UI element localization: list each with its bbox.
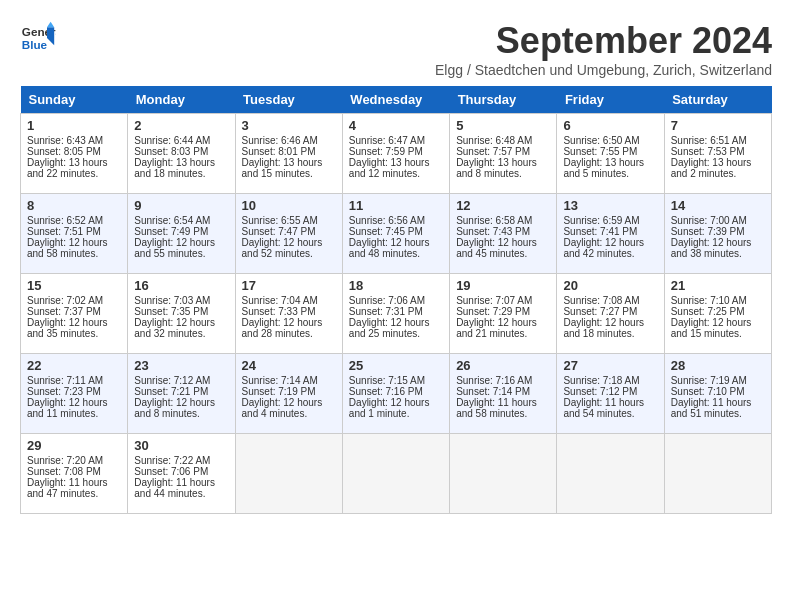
sunset-text: Sunset: 7:43 PM — [456, 226, 530, 237]
weekday-header-cell: Friday — [557, 86, 664, 114]
sunrise-text: Sunrise: 7:18 AM — [563, 375, 639, 386]
sunrise-text: Sunrise: 7:12 AM — [134, 375, 210, 386]
sunset-text: Sunset: 7:55 PM — [563, 146, 637, 157]
calendar-day-cell: 3Sunrise: 6:46 AMSunset: 8:01 PMDaylight… — [235, 114, 342, 194]
daylight-text: Daylight: 12 hours and 25 minutes. — [349, 317, 430, 339]
day-number: 28 — [671, 358, 765, 373]
daylight-text: Daylight: 13 hours and 8 minutes. — [456, 157, 537, 179]
daylight-text: Daylight: 12 hours and 32 minutes. — [134, 317, 215, 339]
calendar-table: SundayMondayTuesdayWednesdayThursdayFrid… — [20, 86, 772, 514]
logo: General Blue — [20, 20, 56, 56]
calendar-day-cell: 18Sunrise: 7:06 AMSunset: 7:31 PMDayligh… — [342, 274, 449, 354]
calendar-day-cell: 10Sunrise: 6:55 AMSunset: 7:47 PMDayligh… — [235, 194, 342, 274]
calendar-day-cell: 6Sunrise: 6:50 AMSunset: 7:55 PMDaylight… — [557, 114, 664, 194]
day-number: 13 — [563, 198, 657, 213]
sunrise-text: Sunrise: 7:00 AM — [671, 215, 747, 226]
sunset-text: Sunset: 7:19 PM — [242, 386, 316, 397]
sunset-text: Sunset: 7:08 PM — [27, 466, 101, 477]
calendar-day-cell — [450, 434, 557, 514]
day-number: 14 — [671, 198, 765, 213]
calendar-day-cell — [557, 434, 664, 514]
sunset-text: Sunset: 7:10 PM — [671, 386, 745, 397]
calendar-body: 1Sunrise: 6:43 AMSunset: 8:05 PMDaylight… — [21, 114, 772, 514]
calendar-day-cell: 25Sunrise: 7:15 AMSunset: 7:16 PMDayligh… — [342, 354, 449, 434]
sunrise-text: Sunrise: 7:10 AM — [671, 295, 747, 306]
sunset-text: Sunset: 7:23 PM — [27, 386, 101, 397]
daylight-text: Daylight: 13 hours and 5 minutes. — [563, 157, 644, 179]
calendar-day-cell: 1Sunrise: 6:43 AMSunset: 8:05 PMDaylight… — [21, 114, 128, 194]
sunrise-text: Sunrise: 6:52 AM — [27, 215, 103, 226]
calendar-day-cell: 24Sunrise: 7:14 AMSunset: 7:19 PMDayligh… — [235, 354, 342, 434]
daylight-text: Daylight: 11 hours and 44 minutes. — [134, 477, 215, 499]
calendar-day-cell: 14Sunrise: 7:00 AMSunset: 7:39 PMDayligh… — [664, 194, 771, 274]
day-number: 18 — [349, 278, 443, 293]
day-number: 24 — [242, 358, 336, 373]
sunrise-text: Sunrise: 6:50 AM — [563, 135, 639, 146]
sunrise-text: Sunrise: 6:55 AM — [242, 215, 318, 226]
month-title: September 2024 — [435, 20, 772, 62]
daylight-text: Daylight: 12 hours and 8 minutes. — [134, 397, 215, 419]
calendar-day-cell: 20Sunrise: 7:08 AMSunset: 7:27 PMDayligh… — [557, 274, 664, 354]
day-number: 23 — [134, 358, 228, 373]
sunset-text: Sunset: 7:35 PM — [134, 306, 208, 317]
day-number: 21 — [671, 278, 765, 293]
day-number: 6 — [563, 118, 657, 133]
sunset-text: Sunset: 7:41 PM — [563, 226, 637, 237]
sunrise-text: Sunrise: 6:56 AM — [349, 215, 425, 226]
sunrise-text: Sunrise: 7:08 AM — [563, 295, 639, 306]
daylight-text: Daylight: 11 hours and 54 minutes. — [563, 397, 644, 419]
sunrise-text: Sunrise: 7:06 AM — [349, 295, 425, 306]
weekday-header-cell: Monday — [128, 86, 235, 114]
sunrise-text: Sunrise: 6:44 AM — [134, 135, 210, 146]
sunrise-text: Sunrise: 7:04 AM — [242, 295, 318, 306]
day-number: 29 — [27, 438, 121, 453]
calendar-day-cell: 23Sunrise: 7:12 AMSunset: 7:21 PMDayligh… — [128, 354, 235, 434]
day-number: 16 — [134, 278, 228, 293]
calendar-day-cell: 16Sunrise: 7:03 AMSunset: 7:35 PMDayligh… — [128, 274, 235, 354]
calendar-day-cell: 30Sunrise: 7:22 AMSunset: 7:06 PMDayligh… — [128, 434, 235, 514]
sunset-text: Sunset: 7:57 PM — [456, 146, 530, 157]
weekday-header-cell: Saturday — [664, 86, 771, 114]
day-number: 1 — [27, 118, 121, 133]
sunrise-text: Sunrise: 7:14 AM — [242, 375, 318, 386]
sunrise-text: Sunrise: 7:19 AM — [671, 375, 747, 386]
calendar-day-cell — [664, 434, 771, 514]
daylight-text: Daylight: 13 hours and 22 minutes. — [27, 157, 108, 179]
sunrise-text: Sunrise: 6:59 AM — [563, 215, 639, 226]
calendar-day-cell: 29Sunrise: 7:20 AMSunset: 7:08 PMDayligh… — [21, 434, 128, 514]
day-number: 26 — [456, 358, 550, 373]
calendar-week-row: 8Sunrise: 6:52 AMSunset: 7:51 PMDaylight… — [21, 194, 772, 274]
daylight-text: Daylight: 13 hours and 2 minutes. — [671, 157, 752, 179]
day-number: 15 — [27, 278, 121, 293]
calendar-week-row: 29Sunrise: 7:20 AMSunset: 7:08 PMDayligh… — [21, 434, 772, 514]
calendar-day-cell: 5Sunrise: 6:48 AMSunset: 7:57 PMDaylight… — [450, 114, 557, 194]
day-number: 22 — [27, 358, 121, 373]
day-number: 12 — [456, 198, 550, 213]
daylight-text: Daylight: 13 hours and 15 minutes. — [242, 157, 323, 179]
day-number: 2 — [134, 118, 228, 133]
calendar-day-cell: 8Sunrise: 6:52 AMSunset: 7:51 PMDaylight… — [21, 194, 128, 274]
day-number: 7 — [671, 118, 765, 133]
daylight-text: Daylight: 13 hours and 12 minutes. — [349, 157, 430, 179]
day-number: 5 — [456, 118, 550, 133]
calendar-day-cell: 4Sunrise: 6:47 AMSunset: 7:59 PMDaylight… — [342, 114, 449, 194]
sunset-text: Sunset: 7:31 PM — [349, 306, 423, 317]
day-number: 30 — [134, 438, 228, 453]
sunset-text: Sunset: 7:06 PM — [134, 466, 208, 477]
sunrise-text: Sunrise: 6:54 AM — [134, 215, 210, 226]
calendar-day-cell: 28Sunrise: 7:19 AMSunset: 7:10 PMDayligh… — [664, 354, 771, 434]
sunset-text: Sunset: 7:14 PM — [456, 386, 530, 397]
daylight-text: Daylight: 11 hours and 51 minutes. — [671, 397, 752, 419]
svg-marker-2 — [47, 27, 54, 45]
day-number: 11 — [349, 198, 443, 213]
day-number: 4 — [349, 118, 443, 133]
sunrise-text: Sunrise: 6:48 AM — [456, 135, 532, 146]
daylight-text: Daylight: 13 hours and 18 minutes. — [134, 157, 215, 179]
daylight-text: Daylight: 12 hours and 1 minute. — [349, 397, 430, 419]
weekday-header-row: SundayMondayTuesdayWednesdayThursdayFrid… — [21, 86, 772, 114]
location-title: Elgg / Staedtchen und Umgebung, Zurich, … — [435, 62, 772, 78]
daylight-text: Daylight: 12 hours and 21 minutes. — [456, 317, 537, 339]
daylight-text: Daylight: 12 hours and 11 minutes. — [27, 397, 108, 419]
calendar-day-cell — [235, 434, 342, 514]
sunset-text: Sunset: 7:29 PM — [456, 306, 530, 317]
